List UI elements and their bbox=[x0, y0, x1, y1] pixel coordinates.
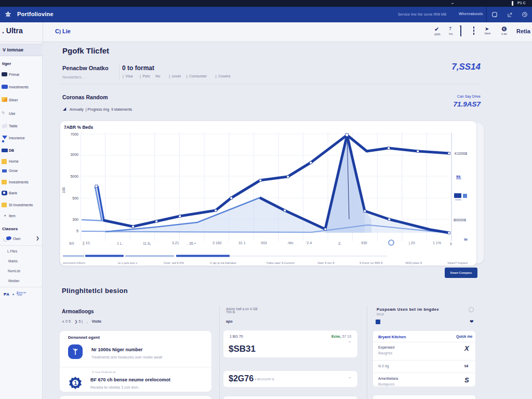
svg-text:, 35.+: , 35.+ bbox=[187, 242, 196, 245]
svg-text:|| 10,: || 10, bbox=[83, 241, 90, 245]
svg-text:C ap ip tra bdinator: C ap ip tra bdinator bbox=[210, 261, 236, 264]
svg-text:-Mc: -Mc bbox=[287, 241, 294, 245]
svg-text:930: 930 bbox=[361, 241, 367, 245]
svg-text:3.21: 3.21 bbox=[172, 241, 179, 245]
svg-text:55.: 55. bbox=[456, 175, 461, 179]
svg-text:3000: 3000 bbox=[70, 153, 78, 156]
svg-text:31 1: 31 1 bbox=[238, 241, 246, 245]
svg-text:500: 500 bbox=[72, 196, 78, 200]
svg-text:3 160: 3 160 bbox=[212, 241, 222, 245]
svg-text:100: 100 bbox=[62, 187, 65, 193]
svg-text:| 20: | 20 bbox=[409, 241, 415, 245]
svg-text:.3.: .3. bbox=[337, 242, 341, 245]
svg-text:B00008: B00008 bbox=[454, 218, 466, 222]
svg-text:comment inform: comment inform bbox=[63, 261, 85, 264]
svg-text:11.6₁: 11.6₁ bbox=[143, 242, 151, 245]
svg-text:300: 300 bbox=[72, 218, 78, 221]
svg-text:Yukio caer 9.Current: Yukio caer 9.Current bbox=[266, 261, 295, 264]
svg-text:Over, wd.5.0%: Over, wd.5.0% bbox=[164, 261, 184, 264]
svg-text:5 Kurtz no 599 9: 5 Kurtz no 599 9 bbox=[360, 261, 383, 264]
svg-text:7ABR % Beds: 7ABR % Beds bbox=[64, 125, 93, 130]
svg-text:1 1%: 1 1% bbox=[433, 241, 441, 245]
svg-text:5: 5 bbox=[76, 229, 78, 233]
svg-text:5: 5 bbox=[450, 242, 452, 246]
svg-text:50: 50 bbox=[464, 238, 468, 241]
svg-text:7000: 7000 bbox=[70, 132, 78, 136]
svg-text:1: 1 bbox=[74, 380, 77, 386]
svg-text:to n pos eco v: to n pos eco v bbox=[118, 261, 137, 264]
svg-text:Vipes? Inspect: Vipes? Inspect bbox=[447, 261, 468, 264]
svg-text:5000: 5000 bbox=[70, 175, 78, 178]
svg-text:K10008: K10008 bbox=[455, 152, 467, 155]
svg-text:-M15 pties 9: -M15 pties 9 bbox=[405, 261, 422, 264]
svg-text:903: 903 bbox=[261, 241, 267, 245]
svg-text:1 L.: 1 L. bbox=[117, 242, 123, 245]
svg-text:60!: 60! bbox=[69, 242, 74, 245]
svg-text:Veer 9 rev 9: Veer 9 rev 9 bbox=[317, 261, 335, 264]
svg-text:'2.4: '2.4 bbox=[306, 241, 312, 245]
